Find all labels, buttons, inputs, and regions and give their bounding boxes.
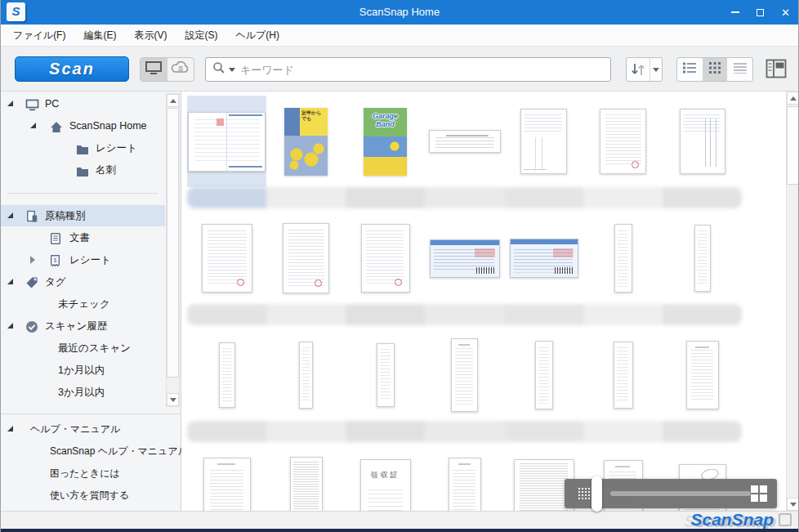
- document-thumbnail-1-3[interactable]: [425, 212, 504, 304]
- device-pc-button[interactable]: [141, 58, 167, 81]
- expander-closed-icon[interactable]: [30, 256, 35, 264]
- sidebar-item-help-1[interactable]: ScanSnap ヘルプ・マニュアル: [1, 440, 165, 462]
- document-thumbnail-0-0[interactable]: [187, 96, 266, 187]
- sidebar-item-tree-2[interactable]: レシート: [1, 137, 165, 159]
- sidebar-scrollbar[interactable]: [166, 93, 180, 407]
- document-thumbnail-3-0[interactable]: [187, 446, 266, 511]
- scan-button[interactable]: Scan: [15, 56, 129, 82]
- menu-item-2[interactable]: 表示(V): [125, 25, 176, 46]
- document-thumbnail-2-1[interactable]: [266, 329, 346, 421]
- blurred-label: [504, 421, 583, 442]
- receipt-thumbnail: [203, 458, 251, 511]
- expander-open-icon[interactable]: [7, 323, 13, 329]
- sidebar-item-tree-10[interactable]: スキャン履歴: [1, 315, 165, 337]
- document-thumbnail-2-3[interactable]: [425, 329, 504, 421]
- expander-open-icon[interactable]: [7, 212, 13, 218]
- expander-open-icon[interactable]: [7, 101, 13, 106]
- content-scrollbar[interactable]: [786, 92, 799, 511]
- sidebar-item-tree-9[interactable]: 未チェック: [1, 293, 165, 315]
- document-thumbnail-0-6[interactable]: [663, 96, 742, 187]
- sort-dropdown-button[interactable]: [650, 58, 662, 81]
- expander-open-icon[interactable]: [7, 426, 13, 431]
- sidebar-item-help-0[interactable]: ヘルプ・マニュアル: [1, 418, 165, 440]
- document-thumbnail-3-2[interactable]: 領収証: [346, 446, 425, 511]
- sort-button[interactable]: [626, 57, 663, 82]
- sidebar-item-tree-7[interactable]: $レシート: [1, 249, 165, 270]
- window-title: ScanSnap Home: [1, 0, 798, 25]
- close-button[interactable]: ✕: [773, 0, 798, 25]
- menu-item-0[interactable]: ファイル(F): [4, 25, 74, 46]
- search-input[interactable]: [240, 64, 604, 76]
- menu-item-4[interactable]: ヘルプ(H): [226, 25, 288, 46]
- document-thumbnail-2-2[interactable]: [346, 329, 425, 421]
- receipt-thumbnail: [449, 458, 481, 511]
- menu-item-1[interactable]: 編集(E): [74, 25, 125, 46]
- thumbnail-size-slider[interactable]: [591, 476, 602, 512]
- document-thumbnail-0-5[interactable]: [583, 96, 663, 187]
- sidebar-item-label: ScanSnap ヘルプ・マニュアル: [50, 440, 188, 462]
- slider-track[interactable]: [610, 491, 751, 496]
- sidebar-item-tree-12[interactable]: 1か月以内: [1, 360, 165, 381]
- pc-icon: [25, 97, 40, 110]
- sidebar-item-tree-8[interactable]: タグ: [1, 271, 165, 293]
- document-thumbnail-2-5[interactable]: [583, 329, 663, 421]
- expander-open-icon[interactable]: [30, 123, 36, 128]
- receipt-dense-thumbnail: [290, 457, 323, 511]
- history-icon: [25, 320, 40, 333]
- sidebar-item-tree-6[interactable]: 文書: [1, 227, 165, 248]
- search-filter-caret-icon[interactable]: [229, 68, 235, 72]
- arrow-up-icon: [170, 99, 176, 103]
- document-thumbnail-1-4[interactable]: [504, 212, 583, 304]
- side-panel-toggle-button[interactable]: [765, 60, 788, 81]
- scrollbar-thumb[interactable]: [167, 108, 179, 378]
- sidebar-item-tree-11[interactable]: 最近のスキャン: [1, 338, 165, 359]
- blurred-label: [346, 304, 425, 325]
- device-cloud-button[interactable]: S: [167, 58, 194, 81]
- document-thumbnail-0-1[interactable]: 定年からでも: [266, 96, 346, 187]
- svg-text:S: S: [178, 65, 183, 73]
- sidebar-item-tree-13[interactable]: 3か月以内: [1, 382, 165, 403]
- scroll-down-button[interactable]: [787, 498, 799, 511]
- scroll-up-button[interactable]: [167, 94, 179, 107]
- document-thumbnail-1-1[interactable]: [266, 212, 346, 304]
- thumbnail-zoom-overlay: [565, 479, 777, 508]
- receipt-narrow-thumbnail: [694, 225, 711, 292]
- book-yellow-thumbnail: 定年からでも: [284, 108, 328, 176]
- scroll-down-button[interactable]: [167, 393, 179, 406]
- document-thumbnail-1-2[interactable]: [346, 212, 425, 304]
- chevron-down-icon: [653, 68, 659, 72]
- sidebar-item-tree-1[interactable]: ScanSnap Home: [1, 115, 165, 136]
- expander-open-icon[interactable]: [7, 279, 13, 284]
- sidebar-item-label: 使い方を質問する: [50, 485, 129, 506]
- maximize-button[interactable]: [748, 0, 773, 25]
- document-thumbnail-3-3[interactable]: [425, 446, 504, 511]
- document-thumbnail-1-0[interactable]: [187, 212, 266, 304]
- document-thumbnail-1-6[interactable]: [663, 212, 742, 304]
- document-thumbnail-2-0[interactable]: [187, 329, 266, 421]
- scrollbar-thumb[interactable]: [787, 106, 799, 185]
- grid-view-button[interactable]: [703, 58, 728, 81]
- menu-item-3[interactable]: 設定(S): [176, 25, 226, 46]
- minimize-button[interactable]: [722, 0, 748, 25]
- document-thumbnail-2-6[interactable]: [663, 329, 742, 421]
- sidebar-item-help-3[interactable]: 使い方を質問する: [1, 485, 165, 506]
- svg-text:$: $: [54, 257, 57, 263]
- document-thumbnail-2-4[interactable]: [504, 329, 583, 421]
- search-icon: [212, 61, 225, 78]
- window-controls: ✕: [722, 0, 798, 25]
- document-thumbnail-1-5[interactable]: [583, 212, 663, 304]
- blurred-label: [266, 304, 346, 325]
- scroll-up-button[interactable]: [787, 92, 799, 105]
- sidebar-item-tree-0[interactable]: PC: [1, 93, 165, 114]
- detail-view-button[interactable]: [727, 58, 752, 81]
- minimize-icon: [731, 11, 739, 13]
- sidebar-item-tree-3[interactable]: 名刺: [1, 159, 165, 181]
- document-thumbnail-0-2[interactable]: Garage Band: [346, 96, 425, 187]
- document-thumbnail-0-3[interactable]: [425, 96, 504, 187]
- list-view-button[interactable]: [677, 58, 703, 81]
- sidebar-item-tree-5[interactable]: 原稿種別: [1, 205, 165, 226]
- document-thumbnail-0-4[interactable]: [504, 96, 583, 187]
- sidebar-item-help-2[interactable]: 困ったときには: [1, 463, 165, 484]
- blurred-label-strip: [187, 187, 742, 208]
- document-thumbnail-3-1[interactable]: [266, 446, 346, 511]
